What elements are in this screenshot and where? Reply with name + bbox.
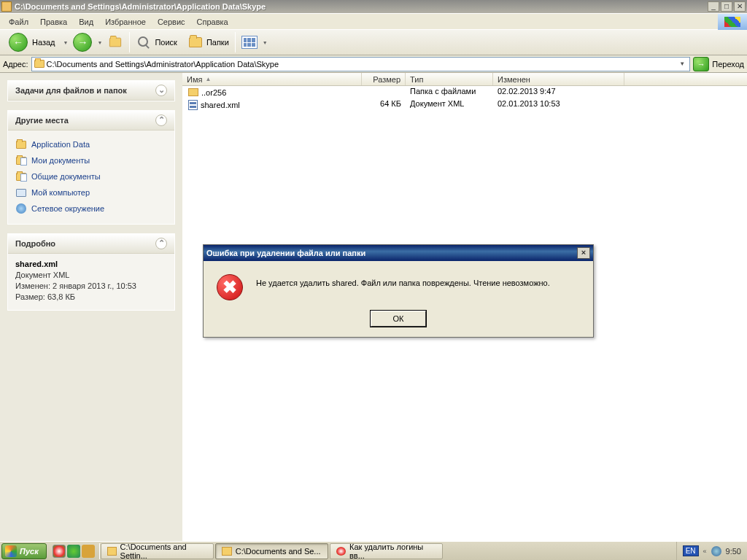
col-type[interactable]: Тип [406, 73, 493, 85]
menu-favorites[interactable]: Избранное [99, 15, 152, 28]
app-icon[interactable] [82, 545, 95, 558]
go-label: Переход [712, 60, 744, 69]
col-modified[interactable]: Изменен [493, 73, 624, 85]
taskbar-button-label: Как удалить логины вв... [349, 542, 436, 560]
back-history-dropdown[interactable]: ▼ [61, 40, 71, 45]
forward-history-dropdown[interactable]: ▼ [95, 40, 104, 45]
folders-icon [187, 34, 204, 50]
col-name[interactable]: Имя▲ [182, 73, 362, 85]
forward-button[interactable]: → [73, 33, 92, 52]
menu-file[interactable]: Файл [3, 15, 34, 28]
dialog-close-button[interactable]: × [577, 247, 590, 259]
quick-launch [48, 545, 99, 558]
place-appdata[interactable]: Application Data [15, 136, 167, 152]
taskbar-button-label: C:\Documents and Settin... [120, 542, 207, 560]
dialog-title: Ошибка при удалении файла или папки [206, 249, 577, 257]
views-dropdown[interactable]: ▼ [260, 40, 270, 45]
error-icon: ✖ [217, 274, 243, 300]
window-title: C:\Documents and Settings\Administrator\… [15, 2, 708, 11]
folder-icon [107, 547, 117, 556]
panel-head-places[interactable]: Другие места ⌃ [8, 111, 174, 131]
column-headers: Имя▲ Размер Тип Изменен [182, 73, 747, 86]
panel-file-tasks: Задачи для файлов и папок ⌄ [7, 80, 175, 101]
utorrent-icon[interactable] [67, 545, 80, 558]
folder-icon [34, 58, 45, 70]
panel-head-details[interactable]: Подробно ⌃ [8, 234, 174, 254]
menu-help[interactable]: Справка [191, 15, 234, 28]
clock[interactable]: 9:50 [726, 547, 741, 556]
place-mydocs[interactable]: Мои документы [15, 152, 167, 168]
col-size[interactable]: Размер [362, 73, 406, 85]
taskbar-button[interactable]: C:\Documents and Settin... [101, 543, 214, 559]
file-name: shared.xml [201, 101, 240, 109]
panel-other-places: Другие места ⌃ Application Data Мои доку… [7, 110, 175, 225]
back-label: Назад [31, 38, 58, 47]
go-button[interactable]: → [693, 57, 709, 71]
file-modified: 02.02.2013 9:47 [493, 86, 624, 98]
folder-icon [188, 88, 198, 96]
place-shareddocs[interactable]: Общие документы [15, 168, 167, 184]
file-type: Документ XML [406, 98, 493, 111]
address-label: Адрес: [3, 60, 28, 69]
up-folder-button[interactable] [107, 34, 123, 50]
error-dialog: Ошибка при удалении файла или папки × ✖ … [203, 244, 594, 338]
menu-edit[interactable]: Правка [34, 15, 73, 28]
details-filename: shared.xml [15, 260, 167, 268]
close-button[interactable]: ✕ [734, 1, 746, 12]
tasks-sidebar: Задачи для файлов и папок ⌄ Другие места… [0, 73, 182, 541]
file-modified: 02.01.2013 10:53 [493, 98, 624, 111]
collapse-icon[interactable]: ⌄ [155, 85, 167, 96]
menu-view[interactable]: Вид [73, 15, 99, 28]
dialog-titlebar[interactable]: Ошибка при удалении файла или папки × [204, 245, 593, 261]
taskbar-button[interactable]: Как удалить логины вв... [330, 543, 443, 559]
panel-head-tasks[interactable]: Задачи для файлов и папок ⌄ [8, 81, 174, 101]
toolbar: ← Назад ▼ → ▼ Поиск Папки ▼ [0, 29, 747, 55]
chrome-icon[interactable] [53, 545, 66, 558]
ok-button[interactable]: ОК [371, 311, 426, 327]
collapse-icon[interactable]: ⌃ [155, 114, 167, 126]
panel-title-places: Другие места [15, 116, 69, 125]
windows-logo-icon [5, 545, 17, 557]
details-type: Документ XML [15, 270, 167, 281]
file-size [362, 86, 406, 98]
menu-tools[interactable]: Сервис [152, 15, 191, 28]
chrome-icon [336, 547, 346, 556]
start-label: Пуск [20, 547, 39, 556]
panel-details: Подробно ⌃ shared.xml Документ XML Измен… [7, 233, 175, 311]
maximize-button[interactable]: □ [721, 1, 732, 12]
taskbar-button-label: C:\Documents and Se... [236, 547, 321, 556]
place-network[interactable]: Сетевое окружение [15, 201, 167, 217]
language-indicator[interactable]: EN [683, 545, 699, 556]
address-bar: Адрес: ▼ → Переход [0, 55, 747, 73]
places-list: Application Data Мои документы Общие док… [15, 136, 167, 217]
file-name: ..or256 [201, 88, 226, 97]
windows-logo-icon [718, 14, 747, 30]
folders-button[interactable]: Папки [206, 38, 229, 47]
taskbar: Пуск C:\Documents and Settin... C:\Docum… [0, 541, 747, 560]
back-button[interactable]: ← [9, 33, 28, 52]
collapse-icon[interactable]: ⌃ [155, 238, 167, 249]
taskbar-button-active[interactable]: C:\Documents and Se... [215, 543, 328, 559]
search-button[interactable]: Поиск [155, 38, 177, 47]
address-input[interactable] [45, 58, 677, 70]
dialog-message: Не удается удалить shared. Файл или папк… [256, 274, 550, 287]
views-button[interactable] [241, 36, 258, 49]
search-icon [136, 34, 152, 50]
file-row[interactable]: shared.xml 64 КБ Документ XML 02.01.2013… [182, 98, 747, 111]
minimize-button[interactable]: _ [708, 1, 719, 12]
folder-icon [1, 1, 12, 12]
xml-file-icon [188, 100, 198, 110]
address-dropdown[interactable]: ▼ [676, 61, 688, 67]
panel-title-tasks: Задачи для файлов и папок [15, 86, 127, 95]
folder-icon [222, 547, 232, 556]
place-mycomputer[interactable]: Мой компьютер [15, 184, 167, 201]
details-modified: Изменен: 2 января 2013 г., 10:53 [15, 281, 167, 292]
tray-icon[interactable] [711, 546, 721, 556]
tray-expand-icon[interactable]: « [703, 548, 707, 555]
file-size: 64 КБ [362, 98, 406, 111]
file-row[interactable]: ..or256 Папка с файлами 02.02.2013 9:47 [182, 86, 747, 98]
start-button[interactable]: Пуск [1, 543, 47, 559]
menu-bar: Файл Правка Вид Избранное Сервис Справка [0, 13, 747, 29]
file-type: Папка с файлами [406, 86, 493, 98]
window-controls: _ □ ✕ [708, 1, 746, 12]
